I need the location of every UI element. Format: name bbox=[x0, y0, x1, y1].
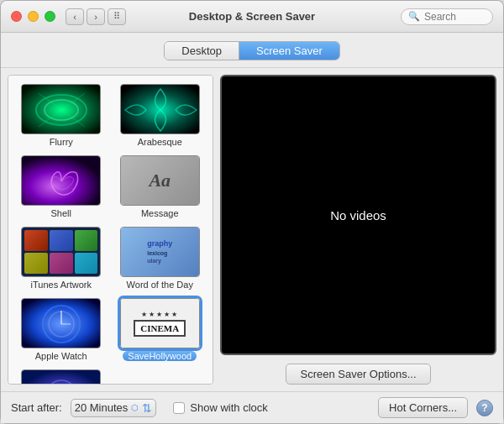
preview-screen: No videos bbox=[220, 75, 496, 355]
title-bar: ‹ › ⠿ Desktop & Screen Saver 🔍 bbox=[1, 1, 503, 33]
screensaver-label-arabesque: Arabesque bbox=[138, 137, 182, 147]
maximize-button[interactable] bbox=[45, 11, 55, 22]
show-with-clock-label: Show with clock bbox=[190, 401, 267, 414]
search-icon: 🔍 bbox=[408, 11, 420, 22]
clock-checkbox-area: Show with clock bbox=[173, 401, 267, 414]
dropdown-arrow-icon: ⬡ bbox=[131, 403, 139, 412]
thumb-savehollywood: ★★★★★ CINEMA bbox=[120, 298, 200, 348]
tab-desktop[interactable]: Desktop bbox=[165, 42, 239, 60]
screensaver-label-shell: Shell bbox=[51, 208, 71, 218]
search-bar[interactable]: 🔍 bbox=[401, 8, 493, 25]
nav-buttons: ‹ › bbox=[66, 8, 105, 25]
back-button[interactable]: ‹ bbox=[66, 8, 84, 25]
main-window: ‹ › ⠿ Desktop & Screen Saver 🔍 Desktop S… bbox=[0, 0, 504, 424]
thumb-message: Aa bbox=[120, 155, 200, 206]
screensaver-item-flurry[interactable]: Flurry bbox=[12, 79, 111, 150]
close-button[interactable] bbox=[11, 11, 22, 22]
screensaver-label-wordofday: Word of the Day bbox=[127, 280, 193, 290]
screensaver-item-applewatch[interactable]: Apple Watch bbox=[12, 293, 111, 364]
thumb-flurry bbox=[21, 84, 101, 134]
screensaver-item-wordofday[interactable]: graphy lexicog ulary Word of the Day bbox=[111, 222, 210, 293]
window-title: Desktop & Screen Saver bbox=[189, 10, 315, 23]
screensaver-label-applewatch: Apple Watch bbox=[35, 351, 87, 361]
start-after-dropdown[interactable]: 20 Minutes ⬡ ⇅ bbox=[71, 399, 157, 417]
start-after-label: Start after: bbox=[11, 401, 62, 414]
app-grid-button[interactable]: ⠿ bbox=[108, 8, 126, 25]
screen-saver-options-button[interactable]: Screen Saver Options... bbox=[286, 364, 430, 385]
tab-group: Desktop Screen Saver bbox=[164, 41, 339, 60]
screensaver-label-itunes: iTunes Artwork bbox=[31, 280, 92, 290]
content-area: Flurry bbox=[1, 68, 503, 391]
svg-rect-12 bbox=[22, 370, 101, 385]
start-after-value: 20 Minutes bbox=[75, 401, 129, 414]
screensaver-item-itunes[interactable]: iTunes Artwork bbox=[12, 222, 111, 293]
thumb-itunes bbox=[21, 227, 101, 277]
thumb-arabesque bbox=[120, 84, 200, 134]
preview-panel: No videos Screen Saver Options... bbox=[220, 75, 496, 385]
screensaver-grid: Flurry bbox=[8, 76, 213, 385]
tab-bar: Desktop Screen Saver bbox=[1, 33, 503, 68]
thumb-wordofday: graphy lexicog ulary bbox=[120, 227, 200, 277]
search-input[interactable] bbox=[424, 11, 490, 23]
screensaver-item-shell[interactable]: Shell bbox=[12, 150, 111, 222]
screensaver-item-savehollywood[interactable]: ★★★★★ CINEMA SaveHollywood bbox=[111, 293, 210, 364]
screensaver-label-flurry: Flurry bbox=[50, 137, 73, 147]
screensaver-list: Flurry bbox=[8, 75, 213, 385]
screensaver-item-random[interactable]: Random bbox=[12, 364, 111, 385]
hot-corners-button[interactable]: Hot Corners... bbox=[378, 397, 468, 418]
screensaver-item-message[interactable]: Aa Message bbox=[111, 150, 210, 222]
no-videos-text: No videos bbox=[330, 208, 386, 222]
screensaver-label-savehollywood: SaveHollywood bbox=[123, 351, 197, 361]
thumb-shell bbox=[21, 155, 101, 206]
thumb-applewatch bbox=[21, 298, 101, 348]
help-button[interactable]: ? bbox=[476, 400, 493, 416]
screensaver-item-arabesque[interactable]: Arabesque bbox=[111, 79, 210, 150]
screensaver-label-message: Message bbox=[141, 208, 179, 218]
minimize-button[interactable] bbox=[28, 11, 39, 22]
thumb-random bbox=[21, 369, 101, 385]
bottom-bar: Start after: 20 Minutes ⬡ ⇅ Show with cl… bbox=[1, 391, 503, 423]
show-with-clock-checkbox[interactable] bbox=[173, 402, 185, 414]
forward-button[interactable]: › bbox=[87, 8, 105, 25]
traffic-lights bbox=[11, 11, 55, 22]
tab-screensaver[interactable]: Screen Saver bbox=[239, 42, 339, 60]
spinner-icon: ⇅ bbox=[142, 401, 152, 415]
